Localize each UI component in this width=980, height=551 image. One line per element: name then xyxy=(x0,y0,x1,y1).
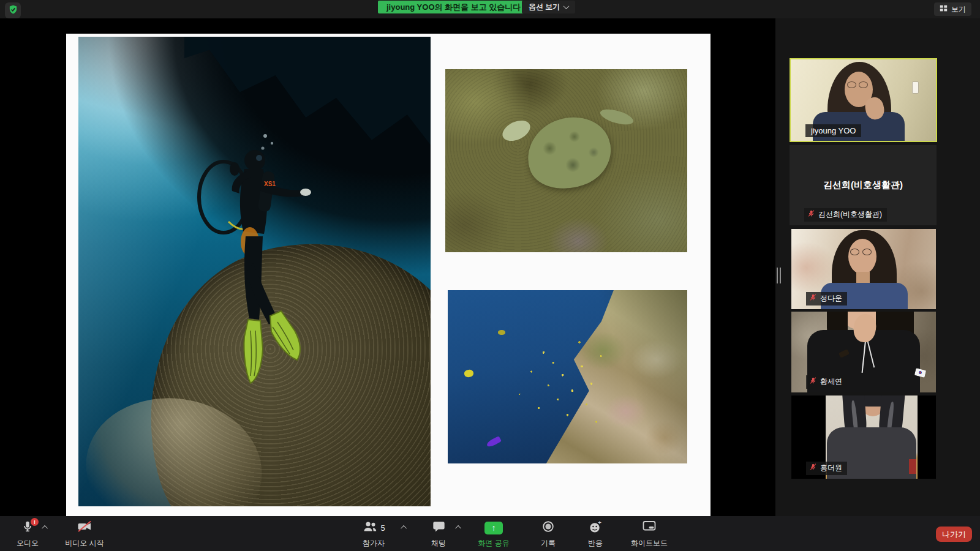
participants-options-caret[interactable] xyxy=(399,522,409,532)
gallery-grid-icon xyxy=(940,4,948,14)
muted-mic-icon xyxy=(809,463,817,473)
svg-text:+: + xyxy=(598,520,601,526)
video-tile-hwang-seyeon[interactable]: 황세연 xyxy=(791,312,936,392)
participant-name-label: 정다운 xyxy=(806,292,847,305)
view-options-label: 옵션 보기 xyxy=(529,2,560,12)
reactions-label: 반응 xyxy=(588,538,603,549)
diver-photo: XS1 xyxy=(78,37,431,506)
muted-mic-icon xyxy=(809,293,817,304)
audio-options-caret[interactable] xyxy=(40,522,50,532)
participants-button[interactable]: 5 참가자 xyxy=(346,520,401,549)
whiteboard-label: 화이트보드 xyxy=(631,538,668,549)
leave-meeting-button[interactable]: 나가기 xyxy=(936,527,972,542)
participants-icon xyxy=(362,520,378,536)
video-tile-hong-deowon[interactable]: 홍더원 xyxy=(791,395,936,479)
screen-share-banner: jiyoung YOO의 화면을 보고 있습니다 xyxy=(378,1,529,13)
light-switch xyxy=(912,81,919,94)
share-screen-label: 화면 공유 xyxy=(478,538,509,549)
audio-alert-badge: ! xyxy=(31,518,39,526)
view-options-button[interactable]: 옵션 보기 xyxy=(522,1,575,13)
participants-sidebar: jiyoung YOO 김선희(비호생활관) 김선희(비호생활관) xyxy=(775,18,980,516)
glasses-right xyxy=(862,249,872,255)
record-label: 기록 xyxy=(541,538,556,549)
shared-screen-area: XS1 xyxy=(0,18,775,516)
scuba-diver-silhouette: XS1 xyxy=(192,129,320,422)
view-button[interactable]: 보기 xyxy=(934,2,971,16)
start-video-label: 비디오 시작 xyxy=(65,538,104,549)
participant-name-label: 김선희(비호생활관) xyxy=(804,208,887,222)
participant-name: 정다운 xyxy=(820,294,842,303)
start-video-button[interactable]: 비디오 시작 xyxy=(54,520,115,549)
yellow-fish-school xyxy=(448,290,687,463)
record-icon xyxy=(541,520,555,536)
sidebar-resize-handle[interactable] xyxy=(777,268,784,283)
camera-off-icon xyxy=(77,520,92,536)
screen-share-banner-text: jiyoung YOO의 화면을 보고 있습니다 xyxy=(386,2,521,13)
chat-options-caret[interactable] xyxy=(454,522,464,532)
turtle-photo xyxy=(445,69,687,252)
whiteboard-icon xyxy=(642,520,657,536)
red-chair xyxy=(909,459,916,474)
zoom-meeting-window: jiyoung YOO의 화면을 보고 있습니다 옵션 보기 보기 xyxy=(0,0,980,551)
participant-name: jiyoung YOO xyxy=(811,126,856,135)
share-screen-button[interactable]: ↑ 화면 공유 xyxy=(466,520,521,549)
audio-label: 오디오 xyxy=(17,538,39,549)
participant-name-label: 홍더원 xyxy=(806,462,847,475)
participants-label: 참가자 xyxy=(363,538,385,549)
glasses-left xyxy=(847,81,856,88)
reactions-button[interactable]: + 반응 xyxy=(568,520,623,549)
yellow-fish-small xyxy=(498,330,505,335)
chat-bubble-icon xyxy=(432,520,446,536)
chat-label: 채팅 xyxy=(431,538,446,549)
video-tile-jiyoung-yoo[interactable]: jiyoung YOO xyxy=(790,58,937,142)
presentation-slide: XS1 xyxy=(66,34,710,516)
reef-photo xyxy=(448,290,687,463)
glasses-right xyxy=(859,81,868,88)
person-face xyxy=(848,239,876,274)
participant-name-label: jiyoung YOO xyxy=(805,124,861,137)
muted-mic-icon xyxy=(807,209,815,220)
chevron-down-icon xyxy=(564,3,570,9)
participant-name: 김선희(비호생활관) xyxy=(818,210,882,219)
glasses-left xyxy=(850,249,859,255)
whiteboard-button[interactable]: 화이트보드 xyxy=(622,520,677,549)
top-bar: jiyoung YOO의 화면을 보고 있습니다 옵션 보기 보기 xyxy=(0,0,980,18)
gear-text: XS1 xyxy=(264,181,276,187)
video-tile-jung-daun[interactable]: 정다운 xyxy=(791,229,936,309)
participant-name-label: 황세연 xyxy=(806,375,847,389)
view-button-label: 보기 xyxy=(951,4,966,15)
reactions-smiley-icon: + xyxy=(588,520,603,536)
security-shield-icon xyxy=(8,4,18,17)
participants-count: 5 xyxy=(380,523,385,533)
security-shield-button[interactable] xyxy=(5,2,21,18)
meeting-toolbar: ! 오디오 비디오 시작 5 참가자 xyxy=(0,516,980,551)
participant-name: 황세연 xyxy=(820,377,842,386)
muted-mic-icon xyxy=(809,377,817,387)
share-screen-icon: ↑ xyxy=(484,522,503,534)
person-neck xyxy=(856,272,870,284)
video-tile-kim-sunhee[interactable]: 김선희(비호생활관) 김선희(비호생활관) xyxy=(790,145,937,225)
participant-name: 홍더원 xyxy=(820,463,842,473)
leave-label: 나가기 xyxy=(942,529,966,540)
